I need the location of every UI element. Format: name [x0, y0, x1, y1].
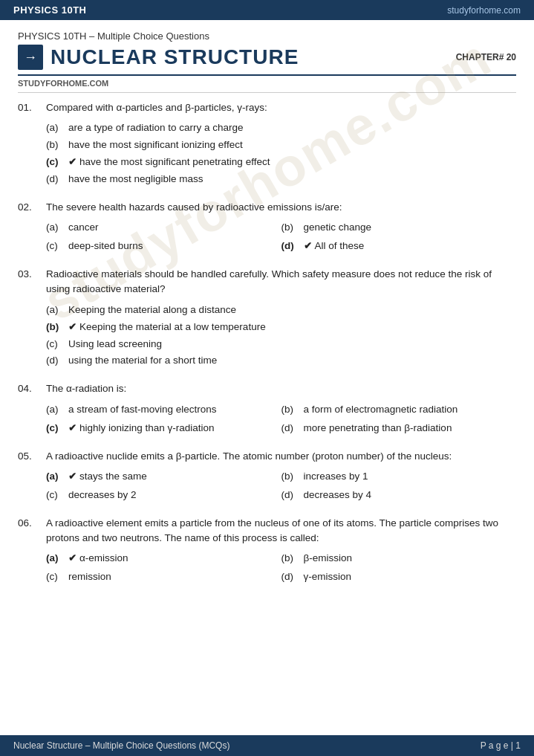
- header-site: studyforhome.com: [447, 5, 521, 16]
- option-5-1: (a)✔stays the same: [46, 468, 281, 485]
- opt-label: (b): [281, 468, 301, 485]
- q-body-5: A radioactive nuclide emits a β-particle…: [46, 449, 516, 464]
- opt-text: a stream of fast-moving electrons: [68, 401, 217, 419]
- opt-label: (d): [46, 352, 65, 369]
- opt-text: highly ionizing than γ-radiation: [79, 420, 215, 437]
- opt-label: (c): [46, 487, 65, 504]
- opt-text: a form of electromagnetic radiation: [304, 401, 458, 419]
- arrow-icon: →: [18, 45, 43, 70]
- opt-text: have the most significant penetrating ef…: [79, 154, 270, 171]
- option-5-4: (d)decreases by 4: [281, 487, 517, 504]
- opt-label: (a): [46, 302, 65, 319]
- question-1: 01.Compared with α-particles and β-parti…: [18, 100, 516, 188]
- opt-label: (c): [46, 336, 65, 353]
- opt-text: stays the same: [79, 468, 147, 485]
- opt-text: have the most negligible mass: [68, 171, 203, 188]
- footer-right: P a g e | 1: [481, 740, 521, 751]
- option-4-4: (d)more penetrating than β-radiation: [281, 420, 517, 437]
- opt-text: α-emission: [79, 550, 128, 567]
- options-4: (a)a stream of fast-moving electrons(b)a…: [46, 401, 516, 437]
- opt-text: Using lead screening: [68, 336, 162, 353]
- opt-text: Keeping the material at a low temperatur…: [79, 319, 266, 336]
- option-6-1: (a)✔α-emission: [46, 550, 281, 567]
- opt-label: (d): [46, 171, 65, 188]
- opt-label: (b): [46, 319, 65, 336]
- opt-text: deep-sited burns: [68, 238, 143, 255]
- opt-label: (b): [281, 401, 301, 419]
- opt-text: are a type of radiation to carry a charg…: [68, 120, 244, 137]
- option-2-4: (d)✔All of these: [281, 238, 517, 255]
- opt-text: using the material for a short time: [68, 352, 217, 369]
- opt-label: (c): [46, 238, 65, 255]
- opt-label: (b): [281, 219, 301, 236]
- opt-text: decreases by 2: [68, 487, 137, 504]
- chapter-number: CHAPTER# 20: [456, 52, 516, 62]
- check-mark: ✔: [68, 420, 76, 436]
- header-subject: PHYSICS 10TH: [13, 4, 86, 16]
- q-body-6: A radioactive element emits a particle f…: [46, 516, 516, 546]
- opt-label: (b): [46, 137, 65, 154]
- options-6: (a)✔α-emission(b)β-emission(c)remission(…: [46, 550, 516, 586]
- option-4-2: (b)a form of electromagnetic radiation: [281, 401, 517, 419]
- option-3-1: (a)Keeping the material along a distance: [46, 302, 516, 319]
- q-num-2: 02.: [18, 200, 39, 215]
- opt-label: (a): [46, 468, 65, 485]
- option-2-1: (a)cancer: [46, 219, 281, 236]
- opt-text: decreases by 4: [304, 487, 372, 504]
- option-3-3: (c)Using lead screening: [46, 336, 516, 353]
- opt-label: (a): [46, 401, 65, 419]
- opt-text: increases by 1: [304, 468, 368, 485]
- subtitle: PHYSICS 10TH – Multiple Choice Questions: [18, 30, 516, 42]
- opt-label: (d): [281, 487, 301, 504]
- opt-text: Keeping the material along a distance: [68, 302, 236, 319]
- q-num-1: 01.: [18, 100, 39, 115]
- opt-label: (c): [46, 154, 65, 171]
- footer: Nuclear Structure – Multiple Choice Ques…: [0, 735, 534, 756]
- q-body-3: Radioactive materials should be handled …: [46, 267, 516, 297]
- option-1-1: (a)are a type of radiation to carry a ch…: [46, 120, 516, 137]
- check-mark: ✔: [68, 550, 76, 566]
- q-num-5: 05.: [18, 449, 39, 464]
- options-1: (a)are a type of radiation to carry a ch…: [46, 120, 516, 188]
- option-3-2: (b)✔Keeping the material at a low temper…: [46, 319, 516, 336]
- options-2: (a)cancer(b)genetic change(c)deep-sited …: [46, 219, 516, 255]
- opt-text: cancer: [68, 219, 99, 236]
- opt-text: more penetrating than β-radiation: [304, 420, 452, 437]
- opt-text: genetic change: [304, 219, 372, 236]
- option-3-4: (d)using the material for a short time: [46, 352, 516, 369]
- q-body-2: The severe health hazards caused by radi…: [46, 200, 516, 215]
- q-body-4: The α-radiation is:: [46, 381, 516, 396]
- opt-text: β-emission: [304, 550, 353, 567]
- opt-label: (d): [281, 238, 301, 255]
- opt-label: (b): [281, 550, 301, 567]
- opt-label: (a): [46, 120, 65, 137]
- option-4-3: (c)✔highly ionizing than γ-radiation: [46, 420, 281, 437]
- question-3: 03.Radioactive materials should be handl…: [18, 267, 516, 369]
- question-6: 06.A radioactive element emits a particl…: [18, 516, 516, 586]
- opt-text: have the most significant ionizing effec…: [68, 137, 243, 154]
- opt-label: (c): [46, 569, 65, 586]
- question-2: 02.The severe health hazards caused by r…: [18, 200, 516, 255]
- option-6-2: (b)β-emission: [281, 550, 517, 567]
- studyforhome-label: STUDYFORHOME.COM: [18, 79, 516, 93]
- footer-left: Nuclear Structure – Multiple Choice Ques…: [13, 740, 229, 751]
- chapter-title: NUCLEAR STRUCTURE: [51, 45, 299, 69]
- option-1-3: (c)✔have the most significant penetratin…: [46, 154, 516, 171]
- opt-label: (d): [281, 569, 301, 586]
- option-4-1: (a)a stream of fast-moving electrons: [46, 401, 281, 419]
- option-5-3: (c)decreases by 2: [46, 487, 281, 504]
- opt-text: All of these: [315, 238, 365, 255]
- check-mark: ✔: [68, 319, 76, 335]
- chapter-title-left: → NUCLEAR STRUCTURE: [18, 45, 299, 70]
- option-1-2: (b)have the most significant ionizing ef…: [46, 137, 516, 154]
- opt-label: (c): [46, 420, 65, 437]
- options-3: (a)Keeping the material along a distance…: [46, 302, 516, 370]
- option-2-3: (c)deep-sited burns: [46, 238, 281, 255]
- opt-text: γ-emission: [304, 569, 352, 586]
- q-num-4: 04.: [18, 381, 39, 396]
- opt-label: (d): [281, 420, 301, 437]
- opt-label: (a): [46, 219, 65, 236]
- main-content: PHYSICS 10TH – Multiple Choice Questions…: [0, 20, 534, 608]
- opt-label: (a): [46, 550, 65, 567]
- option-6-4: (d)γ-emission: [281, 569, 517, 586]
